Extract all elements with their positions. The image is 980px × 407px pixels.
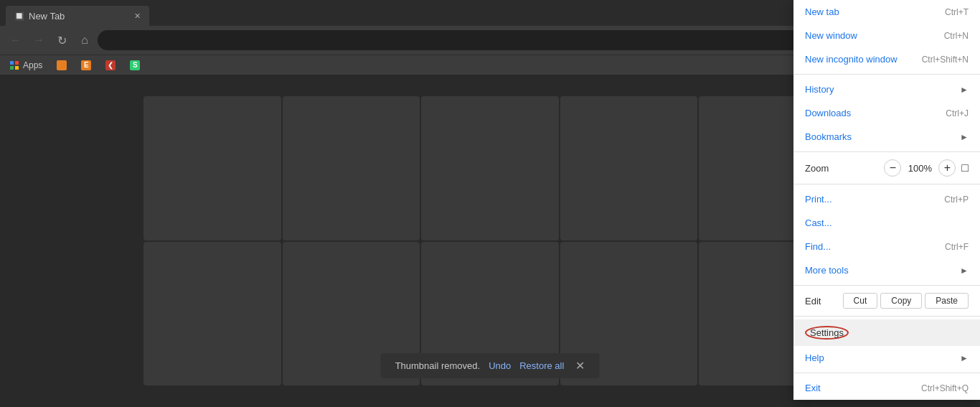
new-window-shortcut: Ctrl+N — [944, 31, 969, 41]
bookmark-2[interactable]: E — [77, 59, 95, 72]
cut-button[interactable]: Cut — [843, 293, 878, 309]
new-window-label: New window — [805, 30, 857, 41]
menu-overlay: New tab Ctrl+T New window Ctrl+N New inc… — [786, 0, 980, 407]
bookmark-3[interactable]: ❮ — [101, 59, 120, 72]
restore-all-link[interactable]: Restore all — [519, 360, 564, 371]
menu-settings[interactable]: Settings — [793, 319, 980, 346]
menu-downloads[interactable]: Downloads Ctrl+J — [793, 101, 980, 125]
menu-find[interactable]: Find... Ctrl+F — [793, 235, 980, 258]
address-bar[interactable] — [98, 30, 859, 50]
zoom-value: 100% — [907, 163, 933, 174]
bookmark-1[interactable] — [52, 59, 71, 72]
notification-bar: Thumbnail removed. Undo Restore all ✕ — [381, 353, 600, 378]
zoom-fullscreen-button[interactable]: □ — [961, 162, 969, 174]
menu-zoom-row: Zoom − 100% + □ — [793, 155, 980, 181]
divider-1 — [793, 74, 980, 75]
print-shortcut: Ctrl+P — [944, 195, 969, 205]
divider-6 — [793, 373, 980, 373]
menu-bookmarks[interactable]: Bookmarks ► — [793, 125, 980, 149]
menu-new-tab[interactable]: New tab Ctrl+T — [793, 0, 980, 24]
new-incognito-label: New incognito window — [805, 54, 897, 65]
help-label: Help — [805, 352, 824, 363]
divider-2 — [793, 151, 980, 152]
menu-new-window[interactable]: New window Ctrl+N — [793, 24, 980, 47]
zoom-label: Zoom — [805, 163, 884, 174]
bookmarks-arrow: ► — [960, 132, 969, 142]
thumbnail-3[interactable] — [421, 96, 559, 240]
bookmarks-label: Bookmarks — [805, 131, 852, 142]
more-tools-arrow: ► — [960, 266, 969, 276]
paste-button[interactable]: Paste — [925, 293, 969, 309]
edit-buttons: Cut Copy Paste — [843, 293, 969, 309]
home-button[interactable]: ⌂ — [75, 30, 95, 50]
back-button[interactable]: ← — [6, 30, 26, 50]
apps-bookmark[interactable]: Apps — [6, 59, 47, 72]
exit-label: Exit — [805, 383, 821, 393]
menu-more-tools[interactable]: More tools ► — [793, 258, 980, 282]
help-arrow: ► — [960, 353, 969, 363]
zoom-controls: − 100% + □ — [884, 159, 969, 177]
notification-message: Thumbnail removed. — [395, 360, 481, 371]
new-tab-shortcut: Ctrl+T — [945, 7, 969, 17]
zoom-out-button[interactable]: − — [884, 159, 901, 177]
find-label: Find... — [805, 241, 831, 252]
history-label: History — [805, 84, 834, 95]
cast-label: Cast... — [805, 217, 832, 228]
exit-shortcut: Ctrl+Shift+Q — [921, 383, 969, 393]
menu-exit[interactable]: Exit Ctrl+Shift+Q — [793, 376, 980, 400]
menu-print[interactable]: Print... Ctrl+P — [793, 187, 980, 211]
menu-help[interactable]: Help ► — [793, 346, 980, 370]
print-label: Print... — [805, 194, 832, 205]
menu-cast[interactable]: Cast... — [793, 211, 980, 235]
bookmark-4[interactable]: S — [126, 59, 144, 72]
notification-close-button[interactable]: ✕ — [575, 359, 585, 373]
new-incognito-shortcut: Ctrl+Shift+N — [922, 55, 969, 65]
downloads-shortcut: Ctrl+J — [946, 108, 969, 118]
active-tab[interactable]: 🔲 New Tab ✕ — [6, 6, 149, 26]
forward-button[interactable]: → — [29, 30, 49, 50]
tab-title: New Tab — [29, 11, 65, 22]
reload-button[interactable]: ↻ — [52, 30, 72, 50]
apps-label: Apps — [23, 60, 42, 70]
downloads-label: Downloads — [805, 108, 851, 118]
settings-circle-badge: Settings — [805, 326, 849, 340]
edit-label: Edit — [805, 296, 843, 307]
thumbnail-4[interactable] — [560, 96, 698, 240]
divider-5 — [793, 316, 980, 317]
zoom-in-button[interactable]: + — [938, 159, 956, 177]
find-shortcut: Ctrl+F — [945, 242, 969, 252]
menu-history[interactable]: History ► — [793, 78, 980, 101]
chrome-context-menu: New tab Ctrl+T New window Ctrl+N New inc… — [793, 0, 980, 400]
history-arrow: ► — [960, 85, 969, 95]
new-tab-label: New tab — [805, 6, 839, 17]
menu-new-incognito[interactable]: New incognito window Ctrl+Shift+N — [793, 47, 980, 71]
thumbnail-2[interactable] — [283, 96, 420, 240]
thumbnail-1[interactable] — [143, 96, 281, 240]
copy-button[interactable]: Copy — [880, 293, 922, 309]
thumbnail-6[interactable] — [143, 242, 281, 386]
menu-edit-row: Edit Cut Copy Paste — [793, 289, 980, 313]
divider-4 — [793, 285, 980, 286]
divider-3 — [793, 184, 980, 184]
more-tools-label: More tools — [805, 265, 849, 276]
undo-link[interactable]: Undo — [489, 360, 511, 371]
